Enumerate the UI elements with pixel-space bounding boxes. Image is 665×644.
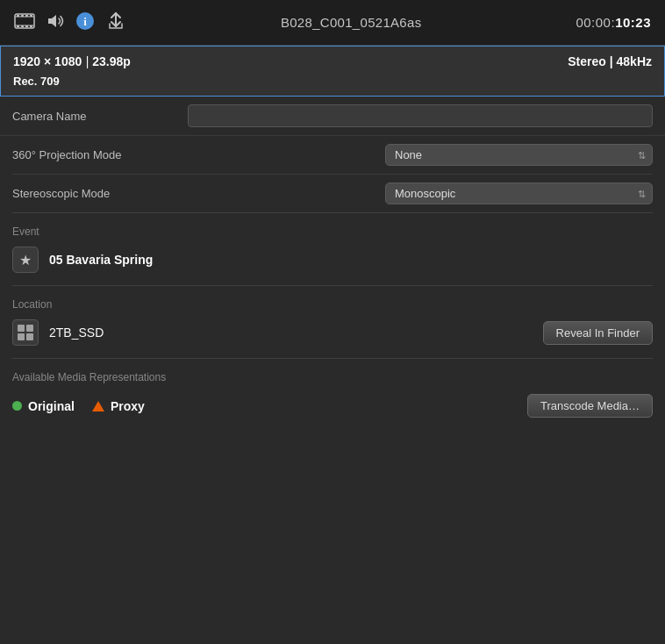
svg-rect-8 bbox=[17, 25, 19, 27]
media-reps-label: Available Media Representations bbox=[12, 371, 653, 383]
colorspace: Rec. 709 bbox=[13, 75, 60, 88]
toolbar-icons: i bbox=[14, 11, 126, 34]
location-left: 2TB_SSD bbox=[12, 319, 104, 346]
film-icon[interactable] bbox=[14, 12, 35, 33]
media-reps-left: Original Proxy bbox=[12, 399, 145, 413]
event-section: Event ★ 05 Bavaria Spring bbox=[0, 213, 665, 285]
svg-rect-11 bbox=[30, 25, 32, 27]
svg-marker-12 bbox=[48, 15, 56, 27]
projection-row: 360° Projection Mode None Equirectangula… bbox=[12, 136, 653, 175]
camera-name-input[interactable] bbox=[188, 104, 653, 127]
svg-rect-6 bbox=[25, 15, 28, 17]
resolution-fps: 1920 × 1080 | 23.98p bbox=[13, 54, 131, 69]
properties-section: 360° Projection Mode None Equirectangula… bbox=[0, 136, 665, 212]
timecode-prefix: 00:00: bbox=[576, 15, 615, 30]
stereoscopic-row: Stereoscopic Mode Monoscopic Stereoscopi… bbox=[12, 175, 653, 212]
stereoscopic-select[interactable]: Monoscopic Stereoscopic - Left/Right Ste… bbox=[385, 182, 653, 204]
proxy-label: Proxy bbox=[111, 399, 145, 413]
original-dot-icon bbox=[12, 401, 22, 411]
stereoscopic-select-wrapper: Monoscopic Stereoscopic - Left/Right Ste… bbox=[385, 182, 653, 204]
export-icon[interactable] bbox=[105, 11, 126, 34]
proxy-rep-item: Proxy bbox=[92, 399, 145, 413]
camera-name-label: Camera Name bbox=[12, 110, 188, 123]
svg-rect-5 bbox=[21, 15, 24, 17]
projection-label: 360° Projection Mode bbox=[12, 148, 121, 161]
svg-rect-7 bbox=[30, 15, 32, 17]
location-icon bbox=[12, 319, 39, 346]
projection-select-wrapper: None Equirectangular Cubic bbox=[385, 144, 653, 166]
original-rep-item: Original bbox=[12, 399, 75, 413]
svg-text:i: i bbox=[83, 15, 87, 28]
stereoscopic-label: Stereoscopic Mode bbox=[12, 187, 110, 200]
info-bar-row1: 1920 × 1080 | 23.98p Stereo | 48kHz bbox=[13, 54, 652, 69]
speaker-icon[interactable] bbox=[46, 12, 65, 33]
event-section-label: Event bbox=[12, 225, 653, 238]
svg-rect-10 bbox=[25, 25, 28, 27]
projection-select[interactable]: None Equirectangular Cubic bbox=[385, 144, 653, 166]
media-representations-section: Available Media Representations Original… bbox=[0, 359, 665, 430]
timecode-highlight: 10:23 bbox=[615, 15, 651, 30]
original-label: Original bbox=[28, 399, 75, 413]
location-row: 2TB_SSD Reveal In Finder bbox=[12, 319, 653, 346]
svg-rect-1 bbox=[15, 17, 34, 25]
fps-value: 23.98p bbox=[92, 54, 131, 68]
reveal-in-finder-button[interactable]: Reveal In Finder bbox=[543, 321, 653, 345]
grid-icon bbox=[18, 325, 33, 340]
svg-rect-9 bbox=[21, 25, 24, 27]
location-name: 2TB_SSD bbox=[49, 326, 104, 340]
audio-info: Stereo | 48kHz bbox=[568, 54, 652, 68]
location-section-label: Location bbox=[12, 298, 653, 311]
info-bar-row2: Rec. 709 bbox=[13, 73, 652, 89]
clip-title: B028_C001_0521A6as bbox=[137, 15, 565, 30]
svg-rect-4 bbox=[17, 15, 19, 17]
proxy-triangle-icon bbox=[92, 401, 104, 411]
toolbar: i B028_C001_0521A6as 00:00:10:23 bbox=[0, 0, 665, 46]
transcode-media-button[interactable]: Transcode Media… bbox=[527, 394, 653, 418]
event-name: 05 Bavaria Spring bbox=[49, 253, 153, 267]
event-icon: ★ bbox=[12, 247, 39, 273]
event-row: ★ 05 Bavaria Spring bbox=[12, 247, 653, 273]
timecode: 00:00:10:23 bbox=[576, 15, 651, 30]
location-section: Location 2TB_SSD Reveal In Finder bbox=[0, 286, 665, 358]
resolution: 1920 × 1080 bbox=[13, 54, 82, 68]
info-icon[interactable]: i bbox=[75, 11, 95, 34]
info-bar: 1920 × 1080 | 23.98p Stereo | 48kHz Rec.… bbox=[0, 46, 665, 97]
media-reps-row: Original Proxy Transcode Media… bbox=[12, 394, 653, 418]
camera-name-row: Camera Name bbox=[0, 97, 665, 136]
